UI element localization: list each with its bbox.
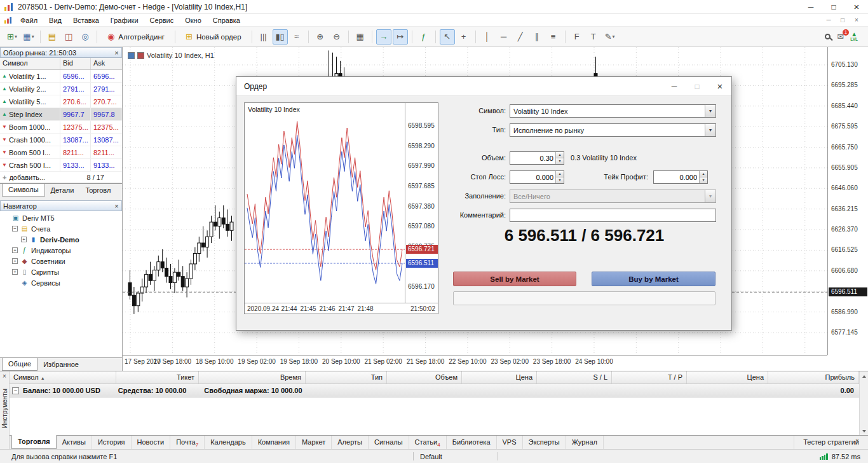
indicators-list-icon[interactable]: ƒ [416,29,431,45]
horizontal-line-tool-icon[interactable]: ─ [496,29,512,45]
toolbox-tab-1[interactable]: Активы [57,436,92,449]
toolbox-tab-14[interactable]: Журнал [566,436,604,449]
menu-item-6[interactable]: Справка [207,14,246,27]
market-watch-row[interactable]: ▲Step Index9967.79967.8 [0,108,122,121]
toolbox-tab-7[interactable]: Маркет [296,436,332,449]
toolbox-column-5[interactable]: Цена [462,371,537,384]
new-chart-icon[interactable]: ⊞▾ [4,29,20,45]
toolbox-tab-8[interactable]: Алерты [332,436,369,449]
toolbox-scrollbar[interactable] [859,371,868,436]
navigator-item-сервисы[interactable]: ◈Сервисы [0,277,122,288]
toolbox-tab-0[interactable]: Торговля [11,435,57,449]
navigator-tab-0[interactable]: Общие [2,357,37,371]
menu-item-0[interactable]: Файл [15,14,43,27]
chevron-down-icon[interactable]: ▾ [705,105,715,117]
toolbox-tab-11[interactable]: Библиотека [447,436,497,449]
spin-down-icon[interactable]: ▾ [556,158,564,164]
toolbox-tab-2[interactable]: История [92,436,132,449]
expand-icon[interactable]: + [12,269,18,275]
ipc-connections-icon[interactable]: ◎ [78,29,93,45]
spin-up-icon[interactable]: ▴ [556,152,564,158]
toolbox-column-2[interactable]: Время [199,371,306,384]
chevron-down-icon[interactable]: ▾ [613,34,615,39]
toolbox-column-3[interactable]: Тип [306,371,387,384]
scroll-up-icon[interactable] [860,371,868,381]
navigator-item-скрипты[interactable]: +▯Скрипты [0,266,122,277]
toolbox-tab-6[interactable]: Компания [252,436,296,449]
strategy-tester-tab[interactable]: Тестер стратегий [794,436,868,449]
toolbox-tab-5[interactable]: Календарь [205,436,252,449]
navigator-close-icon[interactable]: × [112,202,121,210]
fibo-label-tool-icon[interactable]: F [569,29,585,45]
tile-windows-icon[interactable]: ▦ [353,29,368,45]
mdi-close-icon[interactable]: × [850,17,863,24]
navigator-item-deriv-demo[interactable]: +▮Deriv-Demo [0,234,122,245]
market-watch-row[interactable]: ▲Volatility 1...6596...6596... [0,70,122,83]
chevron-down-icon[interactable]: ▾ [705,124,715,136]
navigator-tab-1[interactable]: Избранное [37,358,85,371]
navigator-item-советники[interactable]: +◆Советники [0,256,122,266]
stop-loss-stepper[interactable]: ▴ ▾ [510,170,564,184]
data-window-toggle-icon[interactable]: ◫ [61,29,76,45]
line-mode-icon[interactable]: ≈ [289,29,304,45]
toolbox-tab-10[interactable]: Статьи4 [409,436,447,449]
market-watch-row[interactable]: ▼Crash 1000...13087...13087... [0,134,122,146]
candles-mode-icon[interactable]: ▮▯ [273,29,288,45]
search-icon[interactable] [825,34,831,39]
sell-by-market-button[interactable]: Sell by Market [453,272,576,286]
status-profile[interactable]: Default [414,453,498,460]
notifications-icon[interactable]: ✉ 1 [837,32,844,41]
toolbox-tab-13[interactable]: Эксперты [523,436,566,449]
toolbox-column-6[interactable]: S / L [537,371,612,384]
dialog-minimize-button[interactable]: ─ [663,77,686,95]
levels-icon[interactable]: ▲ LVL [850,32,858,42]
toolbox-tab-9[interactable]: Сигналы [369,436,409,449]
take-profit-stepper[interactable]: ▴ ▾ [653,170,708,184]
market-watch-row[interactable]: ▼Crash 500 I...9133...9133... [0,159,122,172]
expand-icon[interactable]: + [21,237,27,242]
chart-shift-icon[interactable]: ↦ [393,29,408,45]
navigator-item-deriv-mt5[interactable]: ▣Deriv MT5 [0,212,122,223]
market-watch-tab-2[interactable]: Торговл [79,184,116,197]
volume-stepper[interactable]: ▴ ▾ [510,151,564,165]
mdi-restore-icon[interactable]: □ [836,17,849,24]
profiles-icon[interactable]: ▦▾ [21,29,36,45]
price-scale[interactable]: 6705.1306695.2856685.4406675.5956665.750… [827,47,868,355]
menu-item-1[interactable]: Вид [43,14,67,27]
algo-trading-button[interactable]: ◉Алготрейдинг [101,29,171,45]
market-watch-toggle-icon[interactable]: ▤ [44,29,60,45]
toolbox-column-7[interactable]: T / P [612,371,687,384]
crosshair-tool-icon[interactable]: + [456,29,471,45]
toolbox-column-9[interactable]: Прибыль [768,371,859,384]
scroll-down-icon[interactable] [860,426,868,436]
trendline-tool-icon[interactable]: ╱ [513,29,528,45]
symbol-select[interactable]: Volatility 10 Index ▾ [510,104,716,118]
auto-scroll-icon[interactable]: → [376,29,391,45]
time-scale[interactable]: 17 Sep 202017 Sep 18:0018 Sep 10:0019 Se… [123,355,827,371]
spin-up-icon[interactable]: ▴ [556,171,564,177]
order-dialog-titlebar[interactable]: Ордер ─ □ × [236,77,731,96]
objects-menu-icon[interactable]: ✎▾ [602,29,618,45]
market-watch-tab-0[interactable]: Символы [2,183,45,197]
spin-down-icon[interactable]: ▾ [556,177,564,183]
collapse-icon[interactable]: − [12,387,19,394]
dialog-close-button[interactable]: × [709,77,731,95]
navigator-item-счета[interactable]: −▤Счета [0,223,122,234]
text-tool-icon[interactable]: T [586,29,601,45]
new-order-button[interactable]: ⊞Новый ордер [179,29,248,45]
navigator-item-индикаторы[interactable]: +ƒИндикаторы [0,245,122,256]
window-restore-button[interactable]: □ [822,0,845,13]
market-watch-row[interactable]: ▲Volatility 2...2791...2791... [0,83,122,95]
toolbox-close-icon[interactable]: × [3,373,6,380]
spin-up-icon[interactable]: ▴ [700,171,707,177]
window-minimize-button[interactable]: ─ [799,0,822,13]
stop-loss-input[interactable] [510,171,555,183]
chevron-down-icon[interactable]: ▾ [32,34,34,39]
toolbox-tab-4[interactable]: Почта7 [170,436,205,449]
toolbox-column-1[interactable]: Тикет [116,371,199,384]
chevron-down-icon[interactable]: ▾ [15,34,17,39]
market-watch-add-row[interactable]: + добавить... 8 / 17 [0,172,122,183]
market-watch-row[interactable]: ▼Boom 1000...12375...12375... [0,121,122,134]
fibonacci-tool-icon[interactable]: ≡ [546,29,561,45]
take-profit-input[interactable] [654,171,699,183]
